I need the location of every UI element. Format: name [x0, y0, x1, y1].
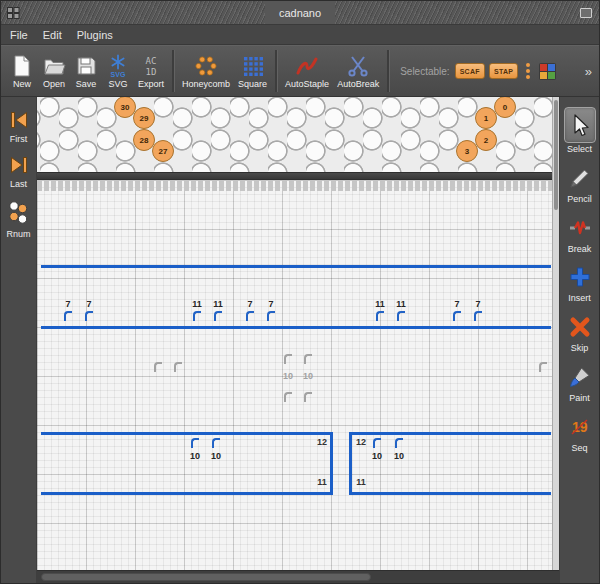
insertion-mark[interactable]: 7: [85, 311, 94, 322]
insertion-mark[interactable]: 11: [193, 311, 202, 322]
seq-icon: 19: [564, 412, 596, 442]
paint-tool-button[interactable]: Paint: [564, 362, 596, 404]
insertion-loop-icon: [304, 392, 312, 402]
autobreak-scissors-icon: [346, 54, 370, 79]
insertion-loop-icon: [246, 311, 254, 321]
break-tool-label: Break: [568, 244, 592, 255]
menu-item-plugins[interactable]: Plugins: [77, 29, 113, 41]
insertion-loop-icon: [474, 311, 482, 321]
seq-tool-button[interactable]: 19 Seq: [564, 412, 596, 454]
svg-button[interactable]: SVG SVG: [102, 48, 134, 94]
insertion-mark[interactable]: 10: [373, 438, 382, 449]
insertion-mark[interactable]: 7: [474, 311, 483, 322]
horizontal-scrollbar-thumb[interactable]: [41, 573, 371, 581]
slice-helix-circle-0[interactable]: 0: [494, 97, 516, 118]
svg-snowflake-icon: SVG: [106, 54, 130, 79]
helix-number-label: 12: [312, 438, 332, 447]
skip-tool-button[interactable]: Skip: [564, 312, 596, 354]
insertion-mark[interactable]: 7: [64, 311, 73, 322]
open-folder-icon: [42, 54, 66, 79]
pencil-tool-button[interactable]: Pencil: [564, 163, 596, 205]
slice-helix-circle-2[interactable]: 2: [475, 129, 497, 151]
color-swatch: [548, 72, 555, 79]
menu-item-file[interactable]: File: [10, 29, 28, 41]
insertion-loop-icon: [453, 311, 461, 321]
scaffold-segment[interactable]: [41, 492, 330, 495]
skip-to-last-icon: [9, 155, 29, 178]
seq-tool-label: Seq: [571, 443, 587, 454]
insertion-count: 11: [375, 300, 385, 309]
insertion-loop-icon: [284, 354, 292, 364]
slice-helix-circle-1[interactable]: 1: [475, 107, 497, 129]
open-button[interactable]: Open: [38, 48, 70, 94]
insertion-loop-icon: [376, 311, 384, 321]
window-shade-button[interactable]: [580, 8, 592, 18]
honeycomb-button-label: Honeycomb: [182, 80, 230, 89]
scaffold-segment[interactable]: [41, 326, 551, 329]
export-button-label: Export: [138, 80, 164, 89]
menu-item-edit[interactable]: Edit: [43, 29, 62, 41]
svg-button-label: SVG: [108, 80, 127, 89]
color-filter-button[interactable]: [539, 63, 556, 80]
insertion-loop-icon: [85, 311, 93, 321]
path-view[interactable]: 1212111177111177111177101010101010: [37, 180, 559, 570]
insertion-mark[interactable]: 10: [191, 438, 200, 449]
insertion-mark[interactable]: 11: [397, 311, 406, 322]
scaf-filter-button[interactable]: SCAF: [455, 63, 485, 79]
autobreak-button[interactable]: AutoBreak: [333, 48, 383, 94]
stap-filter-button[interactable]: STAP: [489, 63, 518, 79]
scaffold-segment[interactable]: [349, 432, 551, 435]
insertion-mark[interactable]: 11: [214, 311, 223, 322]
insertion-loop-icon: [154, 362, 162, 372]
view-splitter[interactable]: [37, 173, 559, 180]
vertical-scrollbar-thumb[interactable]: [554, 100, 558, 210]
slice-helix-circle-29[interactable]: 29: [133, 107, 155, 129]
insert-tool-button[interactable]: Insert: [564, 262, 596, 304]
insertion-count: 11: [213, 300, 223, 309]
cadnano-window: cadnano File Edit Plugins New Open Save: [0, 0, 600, 584]
insertion-loop-icon: [64, 311, 72, 321]
slice-helix-circle-3[interactable]: 3: [456, 140, 478, 162]
insertion-mark[interactable]: 11: [376, 311, 385, 322]
break-tool-button[interactable]: Break: [564, 213, 596, 255]
autostaple-button[interactable]: AutoStaple: [281, 48, 333, 94]
scaffold-segment[interactable]: [349, 492, 551, 495]
first-button[interactable]: First: [9, 110, 29, 144]
last-button[interactable]: Last: [9, 155, 29, 189]
toolbar-overflow-button[interactable]: »: [585, 64, 592, 79]
honeycomb-button[interactable]: Honeycomb: [178, 48, 234, 94]
insertion-mark[interactable]: 10: [212, 438, 221, 449]
insertion-loop-icon: [539, 362, 547, 372]
svg-text:1D: 1D: [146, 67, 157, 77]
rnum-button[interactable]: Rnum: [6, 200, 30, 239]
vertical-scrollbar[interactable]: [552, 97, 559, 570]
square-button[interactable]: Square: [234, 48, 271, 94]
endpoint-dot-icon: [526, 69, 530, 73]
color-swatch: [548, 64, 555, 71]
skip-tool-label: Skip: [571, 343, 589, 354]
save-button[interactable]: Save: [70, 48, 102, 94]
selectable-label: Selectable:: [400, 66, 449, 77]
endpoints-filter-button[interactable]: [522, 59, 534, 83]
insertion-loop-icon: [212, 438, 220, 448]
insertion-loop-icon: [304, 354, 312, 364]
slice-view[interactable]: 302928270123: [37, 97, 559, 173]
scaffold-segment[interactable]: [41, 432, 330, 435]
app-menu-icon[interactable]: [7, 7, 20, 19]
autostaple-button-label: AutoStaple: [285, 80, 329, 89]
title-bar[interactable]: cadnano: [1, 1, 599, 25]
horizontal-scrollbar[interactable]: [37, 570, 559, 583]
insertion-mark[interactable]: 7: [453, 311, 462, 322]
insertion-mark[interactable]: 7: [267, 311, 276, 322]
toolbar-separator: [275, 50, 277, 92]
slice-helix-circle-27[interactable]: 27: [152, 140, 174, 162]
new-document-icon: [10, 54, 34, 79]
insertion-mark[interactable]: 10: [395, 438, 404, 449]
export-button[interactable]: AC 1D Export: [134, 48, 168, 94]
insertion-mark[interactable]: 7: [246, 311, 255, 322]
insertion-count: 10: [372, 452, 382, 461]
insertion-count: 7: [475, 300, 480, 309]
scaffold-segment[interactable]: [41, 265, 551, 268]
new-button[interactable]: New: [6, 48, 38, 94]
select-tool-button[interactable]: Select: [564, 107, 596, 155]
